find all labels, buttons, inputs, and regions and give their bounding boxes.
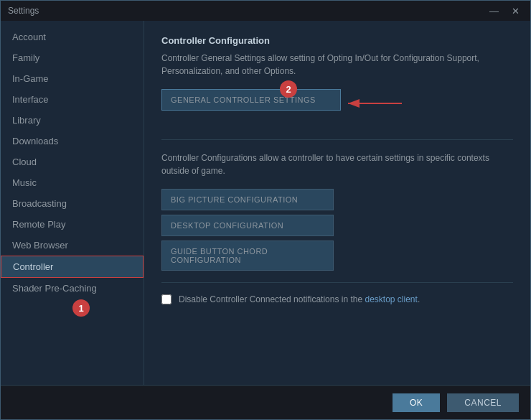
- guide-button-chord-config-button[interactable]: GUIDE BUTTON CHORD CONFIGURATION: [161, 241, 334, 271]
- cancel-button[interactable]: CANCEL: [447, 393, 519, 412]
- sidebar-item-family[interactable]: Family: [1, 47, 144, 68]
- general-btn-wrapper: GENERAL CONTROLLER SETTINGS 2: [161, 89, 341, 115]
- ok-button[interactable]: OK: [393, 393, 440, 412]
- sidebar-item-remote-play[interactable]: Remote Play: [1, 214, 144, 235]
- sidebar-item-library[interactable]: Library: [1, 110, 144, 131]
- arrow-indicator: [344, 93, 409, 114]
- bottom-bar: OK CANCEL: [1, 385, 530, 419]
- divider-2: [161, 282, 513, 283]
- checkbox-row: Disable Controller Connected notificatio…: [161, 294, 513, 304]
- title-bar: Settings — ✕: [1, 1, 530, 21]
- minimize-button[interactable]: —: [486, 4, 502, 18]
- sidebar-item-downloads[interactable]: Downloads: [1, 131, 144, 151]
- sidebar-item-in-game[interactable]: In-Game: [1, 68, 144, 89]
- close-button[interactable]: ✕: [508, 4, 523, 18]
- sidebar-item-shader-pre-caching[interactable]: Shader Pre-Caching: [1, 278, 144, 299]
- sidebar-item-music[interactable]: Music: [1, 172, 144, 193]
- section-title: Controller Configuration: [161, 35, 513, 46]
- configs-description: Controller Configurations allow a contro…: [161, 151, 513, 177]
- main-panel: Controller Configuration Controller Gene…: [144, 21, 530, 385]
- window-title: Settings: [8, 6, 39, 16]
- settings-window: Settings — ✕ Account Family In-Game Inte…: [0, 0, 531, 420]
- title-bar-controls: — ✕: [486, 4, 523, 18]
- divider-1: [161, 139, 513, 140]
- sidebar: Account Family In-Game Interface Library…: [1, 21, 144, 385]
- sidebar-item-cloud[interactable]: Cloud: [1, 151, 144, 172]
- general-controller-settings-button[interactable]: GENERAL CONTROLLER SETTINGS: [161, 89, 341, 111]
- annotation-badge-1: 1: [72, 299, 90, 317]
- sidebar-item-web-browser[interactable]: Web Browser: [1, 235, 144, 256]
- desktop-config-button[interactable]: DESKTOP CONFIGURATION: [161, 215, 334, 236]
- big-picture-config-button[interactable]: BIG PICTURE CONFIGURATION: [161, 189, 334, 210]
- sidebar-item-account[interactable]: Account: [1, 27, 144, 47]
- sidebar-item-broadcasting[interactable]: Broadcasting: [1, 193, 144, 214]
- annotation-badge-2: 2: [280, 80, 297, 98]
- disable-notifications-label: Disable Controller Connected notificatio…: [179, 294, 420, 304]
- content-area: Account Family In-Game Interface Library…: [1, 21, 530, 385]
- sidebar-item-interface[interactable]: Interface: [1, 89, 144, 110]
- section-description: Controller General Settings allow settin…: [161, 52, 513, 78]
- sidebar-item-controller[interactable]: Controller: [1, 256, 144, 278]
- disable-notifications-checkbox[interactable]: [161, 294, 171, 304]
